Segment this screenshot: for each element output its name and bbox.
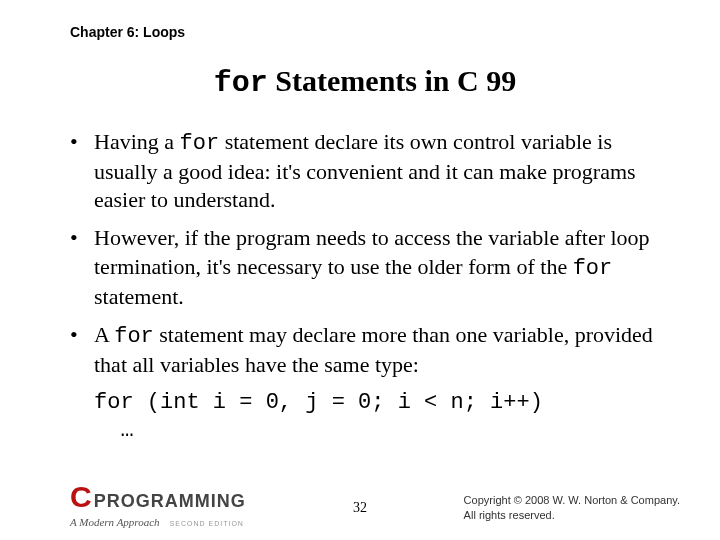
logo-c: C: [70, 482, 92, 512]
footer: C PROGRAMMING A Modern Approach SECOND E…: [0, 484, 720, 530]
bullet-text-pre: However, if the program needs to access …: [94, 225, 650, 278]
slide-title: for Statements in C 99: [70, 64, 660, 100]
logo-subtitle: A Modern Approach: [70, 516, 160, 528]
bullet-text-pre: A: [94, 322, 114, 347]
bullet-item: However, if the program needs to access …: [70, 224, 660, 310]
bullet-code: for: [114, 324, 154, 349]
copyright-line1: Copyright © 2008 W. W. Norton & Company.: [464, 493, 680, 507]
bullet-text-post: statement.: [94, 284, 184, 309]
bullet-text-post: statement may declare more than one vari…: [94, 322, 653, 377]
slide: Chapter 6: Loops for Statements in C 99 …: [0, 0, 720, 540]
logo-line2: A Modern Approach SECOND EDITION: [70, 512, 246, 530]
logo-programming: PROGRAMMING: [94, 492, 246, 510]
page-number: 32: [353, 500, 367, 516]
logo-edition: SECOND EDITION: [170, 520, 244, 527]
bullet-item: Having a for statement declare its own c…: [70, 128, 660, 214]
code-block: for (int i = 0, j = 0; i < n; i++) …: [94, 389, 660, 444]
logo-line1: C PROGRAMMING: [70, 482, 246, 512]
book-logo: C PROGRAMMING A Modern Approach SECOND E…: [70, 482, 246, 530]
bullet-text-pre: Having a: [94, 129, 180, 154]
bullet-code: for: [573, 256, 613, 281]
title-code: for: [214, 66, 268, 100]
copyright-line2: All rights reserved.: [464, 508, 680, 522]
chapter-header: Chapter 6: Loops: [70, 24, 660, 40]
bullet-item: A for statement may declare more than on…: [70, 321, 660, 379]
copyright: Copyright © 2008 W. W. Norton & Company.…: [464, 493, 680, 522]
title-rest: Statements in C 99: [268, 64, 516, 97]
bullet-list: Having a for statement declare its own c…: [70, 128, 660, 379]
bullet-code: for: [180, 131, 220, 156]
